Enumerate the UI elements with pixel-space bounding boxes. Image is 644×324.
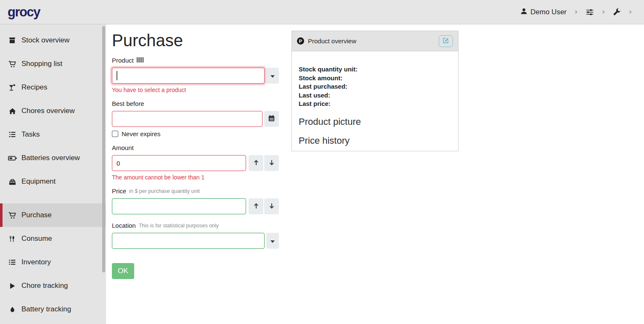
grocy-logo[interactable]: grocy: [8, 5, 40, 20]
sidebar-item-battery-tracking[interactable]: Battery tracking: [0, 298, 106, 321]
price-increment-button[interactable]: [249, 198, 263, 214]
product-icon: P: [297, 37, 304, 45]
user-menu[interactable]: Demo User: [520, 8, 567, 17]
sidebar-item-recipes[interactable]: Recipes: [0, 76, 106, 99]
list-icon: [8, 258, 17, 266]
last-price-label: Last price:: [299, 100, 451, 108]
product-dropdown-button[interactable]: [266, 68, 279, 84]
utensils-icon: [8, 235, 17, 242]
sidebar-item-tasks[interactable]: Tasks: [0, 123, 106, 146]
edit-pencil-icon: [443, 37, 449, 45]
price-history-heading: Price history: [299, 135, 451, 146]
amount-decrement-button[interactable]: [264, 155, 279, 171]
sidebar-item-stock-overview[interactable]: Stock overview: [0, 29, 106, 52]
location-hint: This is for statistical purposes only: [139, 223, 219, 229]
text-cursor: [117, 71, 117, 80]
last-used-label: Last used:: [299, 91, 451, 100]
location-group: Location This is for statistical purpose…: [112, 222, 279, 249]
location-input[interactable]: [112, 233, 265, 249]
settings-sliders-icon[interactable]: [586, 8, 594, 16]
sidebar-item-label: Tasks: [21, 130, 40, 139]
sidebar-item-shopping-list[interactable]: Shopping list: [0, 52, 106, 76]
arrow-up-icon: [253, 203, 260, 211]
edit-product-button[interactable]: [439, 35, 453, 47]
sidebar-item-label: Stock overview: [21, 36, 69, 45]
product-label: Product: [112, 57, 134, 64]
never-expires-label: Never expires: [122, 130, 161, 137]
sidebar-item-inventory[interactable]: Inventory: [0, 250, 106, 274]
cocktail-icon: [8, 84, 17, 92]
product-picture-heading: Product picture: [299, 116, 451, 127]
stock-quantity-unit-label: Stock quantity unit:: [299, 65, 451, 74]
sidebar-item-label: Batteries overview: [21, 154, 80, 162]
arrow-down-icon: [268, 203, 275, 211]
calendar-button[interactable]: [264, 111, 279, 127]
panel-title: Product overview: [308, 37, 356, 45]
admin-wrench-icon[interactable]: [613, 8, 621, 16]
tint-drop-icon: [8, 306, 17, 313]
chevron-right-icon: [601, 9, 606, 15]
main-content: Purchase Product: [106, 24, 644, 324]
calendar-icon: [268, 115, 275, 123]
product-overview-panel: P Product overview Stock quantity unit: …: [292, 31, 458, 151]
home-icon: [8, 107, 17, 115]
panel-body: Stock quantity unit: Stock amount: Last …: [292, 51, 458, 153]
location-label: Location: [112, 222, 136, 229]
toolbox-icon: [8, 178, 17, 186]
arrow-down-icon: [268, 159, 275, 167]
amount-error: The amount cannot be lower than 1: [112, 174, 279, 181]
tasks-icon: [8, 131, 17, 138]
sidebar: Stock overview Shopping list Recipes Cho…: [0, 24, 106, 324]
play-icon: [8, 282, 17, 290]
caret-down-icon: [270, 73, 275, 79]
panel-header: P Product overview: [292, 31, 458, 51]
price-decrement-button[interactable]: [264, 198, 279, 214]
sidebar-item-batteries-overview[interactable]: Batteries overview: [0, 146, 106, 170]
sidebar-item-chores-overview[interactable]: Chores overview: [0, 99, 106, 123]
sidebar-item-purchase[interactable]: Purchase: [0, 203, 106, 227]
sidebar-item-label: Consume: [21, 234, 52, 243]
price-group: Price in $ per purchase quantity unit: [112, 187, 279, 214]
sidebar-item-equipment[interactable]: Equipment: [0, 170, 106, 193]
shopping-cart-icon: [8, 211, 17, 219]
sidebar-item-label: Purchase: [21, 211, 52, 219]
top-navbar: grocy Demo User: [0, 0, 644, 24]
amount-input[interactable]: [112, 155, 246, 171]
sidebar-item-chore-tracking[interactable]: Chore tracking: [0, 274, 106, 298]
arrow-up-icon: [253, 159, 260, 167]
sidebar-item-label: Chores overview: [21, 107, 75, 115]
best-before-input[interactable]: [112, 111, 262, 127]
barcode-icon: [137, 57, 146, 64]
box-icon: [8, 37, 17, 44]
best-before-group: Best before: [112, 100, 279, 137]
user-label: Demo User: [530, 8, 567, 16]
sidebar-item-label: Inventory: [21, 258, 51, 266]
battery-icon: [8, 154, 17, 163]
product-group: Product You have to select a pro: [112, 57, 279, 93]
caret-down-icon: [270, 238, 275, 244]
purchase-form: Product You have to select a pro: [112, 57, 279, 279]
product-error: You have to select a product: [112, 87, 279, 93]
chevron-right-icon: [628, 9, 633, 15]
price-label: Price: [112, 187, 126, 195]
price-input[interactable]: [112, 198, 246, 214]
sidebar-item-label: Battery tracking: [21, 305, 71, 313]
never-expires-checkbox[interactable]: [112, 131, 118, 137]
amount-label: Amount: [112, 144, 134, 151]
navbar-right: Demo User: [520, 8, 636, 17]
ok-button[interactable]: OK: [112, 263, 134, 279]
sidebar-scrollbar[interactable]: [102, 26, 105, 272]
last-purchased-label: Last purchased:: [299, 82, 451, 91]
best-before-label: Best before: [112, 100, 144, 107]
chevron-right-icon: [574, 9, 578, 15]
sidebar-item-label: Chore tracking: [21, 282, 68, 290]
shopping-cart-icon: [8, 60, 17, 68]
stock-amount-label: Stock amount:: [299, 74, 451, 83]
amount-group: Amount The amount cannot be: [112, 144, 279, 181]
sidebar-item-consume[interactable]: Consume: [0, 227, 106, 250]
amount-increment-button[interactable]: [249, 155, 263, 171]
sidebar-item-label: Recipes: [21, 83, 47, 92]
product-input[interactable]: [112, 68, 265, 84]
sidebar-item-label: Shopping list: [21, 60, 62, 68]
location-dropdown-button[interactable]: [266, 233, 279, 249]
